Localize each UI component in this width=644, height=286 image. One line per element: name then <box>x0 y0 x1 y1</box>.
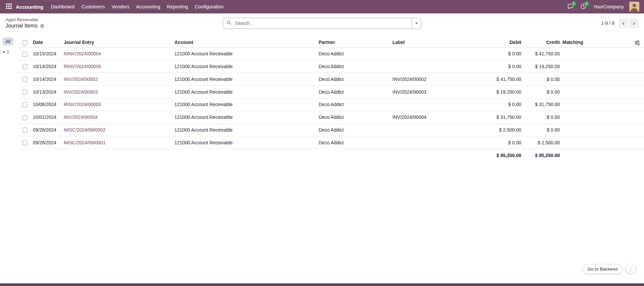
journal-entry-link[interactable]: INV/2024/00003 <box>64 89 98 95</box>
row-credit: $ 0.00 <box>523 111 561 124</box>
menu-configuration[interactable]: Configuration <box>191 1 227 13</box>
journal-entry-link[interactable]: RINV/2024/00004 <box>64 51 101 56</box>
apps-menu-button[interactable] <box>3 1 14 12</box>
journal-entry-link[interactable]: INV/2024/00002 <box>64 77 98 82</box>
pager-range: 1-8 / 8 <box>601 20 614 26</box>
table-row[interactable]: 10/01/2024INV/2024/00004121000 Account R… <box>18 111 644 124</box>
control-panel: Aged Receivable Journal Items ⚙ 1-8 / 8 … <box>0 13 644 33</box>
activities-badge: 2 <box>584 1 589 6</box>
row-date: 10/15/2024 <box>32 47 62 60</box>
table-row[interactable]: 10/13/2024INV/2024/00003121000 Account R… <box>18 86 644 98</box>
menu-accounting[interactable]: Accounting <box>133 1 164 13</box>
journal-items-table-wrap: Date Journal Entry Account Partner Label… <box>18 33 644 162</box>
row-journal-entry: MISC/2024/09/0002 <box>62 124 173 136</box>
journal-entry-link[interactable]: MISC/2024/09/0001 <box>64 140 106 145</box>
user-menu-button[interactable] <box>628 2 641 12</box>
row-matching <box>561 98 644 111</box>
pager-next-button[interactable]: › <box>629 18 639 28</box>
row-matching <box>561 86 644 98</box>
activities-button[interactable]: 2 <box>577 1 589 13</box>
app-name[interactable]: Accounting <box>14 4 48 10</box>
row-account: 121000 Account Receivable <box>173 124 317 136</box>
row-partner: Deco Addict <box>317 60 391 73</box>
group-expander[interactable]: 1 <box>3 49 18 54</box>
apps-grid-icon <box>6 3 12 10</box>
main-menu: DashboardCustomersVendorsAccountingRepor… <box>48 1 227 13</box>
journal-entry-link[interactable]: RINV/2024/00005 <box>64 64 101 69</box>
table-row[interactable]: 09/26/2024MISC/2024/09/0001121000 Accoun… <box>18 136 644 149</box>
total-credit: $ 95,250.00 <box>523 149 561 162</box>
more-options-button[interactable]: ⋮ <box>626 264 636 274</box>
row-journal-entry: INV/2024/00004 <box>62 111 173 124</box>
table-row[interactable]: 10/15/2024RINV/2024/00004121000 Account … <box>18 47 644 60</box>
journal-entry-link[interactable]: MISC/2024/09/0002 <box>64 127 106 133</box>
row-label <box>391 47 474 60</box>
row-partner: Deco Addict <box>317 111 391 124</box>
go-to-backend-button[interactable]: Go to Backend <box>583 264 623 274</box>
breadcrumb-parent-link[interactable]: Aged Receivable <box>5 17 45 22</box>
table-row[interactable]: 10/06/2024RINV/2024/00003121000 Account … <box>18 98 644 111</box>
row-label <box>391 98 474 111</box>
row-matching <box>561 60 644 73</box>
column-header-matching[interactable]: Matching <box>561 38 644 47</box>
row-partner: Deco Addict <box>317 98 391 111</box>
row-debit: $ 19,250.00 <box>474 86 523 98</box>
row-date: 10/14/2024 <box>32 73 62 86</box>
optional-columns-button[interactable] <box>634 39 641 47</box>
group-page-label: 1 <box>7 49 9 54</box>
column-header-journal-entry[interactable]: Journal Entry <box>62 38 173 47</box>
column-header-debit[interactable]: Debit <box>474 38 523 47</box>
total-debit: $ 95,250.00 <box>474 149 523 162</box>
group-all-button[interactable]: All <box>3 38 13 45</box>
row-checkbox[interactable] <box>22 90 28 95</box>
row-debit: $ 41,750.00 <box>474 73 523 86</box>
company-switcher[interactable]: YourCompany <box>590 1 627 12</box>
column-header-partner[interactable]: Partner <box>317 38 391 47</box>
row-checkbox[interactable] <box>22 115 28 120</box>
table-row[interactable]: 09/26/2024MISC/2024/09/0002121000 Accoun… <box>18 124 644 136</box>
row-debit: $ 31,750.00 <box>474 111 523 124</box>
journal-items-table: Date Journal Entry Account Partner Label… <box>18 38 644 162</box>
row-checkbox[interactable] <box>22 77 28 82</box>
gear-icon[interactable]: ⚙ <box>40 23 44 29</box>
row-checkbox[interactable] <box>22 64 28 69</box>
row-date: 09/26/2024 <box>32 136 62 149</box>
table-row[interactable]: 10/14/2024RINV/2024/00005121000 Account … <box>18 60 644 73</box>
column-header-account[interactable]: Account <box>173 38 317 47</box>
search-icon <box>226 20 231 27</box>
search-input[interactable] <box>234 20 412 26</box>
menu-reporting[interactable]: Reporting <box>164 1 192 13</box>
row-credit: $ 0.00 <box>523 73 561 86</box>
row-credit: $ 41,750.00 <box>523 47 561 60</box>
journal-entry-link[interactable]: RINV/2024/00003 <box>64 102 101 107</box>
search-dropdown-toggle[interactable] <box>412 18 421 29</box>
row-partner: Deco Addict <box>317 86 391 98</box>
row-account: 121000 Account Receivable <box>173 98 317 111</box>
pager-previous-button[interactable]: ‹ <box>619 18 628 28</box>
row-credit: $ 19,250.00 <box>523 60 561 73</box>
messages-button[interactable]: 5 <box>565 1 577 13</box>
row-checkbox[interactable] <box>22 128 28 133</box>
menu-dashboard[interactable]: Dashboard <box>48 1 78 13</box>
row-checkbox[interactable] <box>22 140 28 145</box>
table-row[interactable]: 10/14/2024INV/2024/00002121000 Account R… <box>18 73 644 86</box>
row-partner: Deco Addict <box>317 124 391 136</box>
row-matching <box>561 124 644 136</box>
column-header-date[interactable]: Date <box>32 38 62 47</box>
row-matching <box>561 111 644 124</box>
row-date: 09/26/2024 <box>32 124 62 136</box>
row-label: INV/2024/00003 <box>391 86 474 98</box>
column-header-credit[interactable]: Credit <box>523 38 561 47</box>
row-checkbox[interactable] <box>22 102 28 107</box>
journal-entry-link[interactable]: INV/2024/00004 <box>64 114 98 120</box>
group-gutter: All 1 <box>0 33 18 162</box>
column-header-label[interactable]: Label <box>391 38 474 47</box>
select-all-checkbox[interactable] <box>22 40 28 45</box>
row-journal-entry: RINV/2024/00005 <box>62 60 173 73</box>
menu-vendors[interactable]: Vendors <box>108 1 133 13</box>
menu-customers[interactable]: Customers <box>78 1 108 13</box>
row-label <box>391 124 474 136</box>
page-title: Journal Items <box>5 22 38 29</box>
row-account: 121000 Account Receivable <box>173 73 317 86</box>
row-checkbox[interactable] <box>22 52 28 57</box>
